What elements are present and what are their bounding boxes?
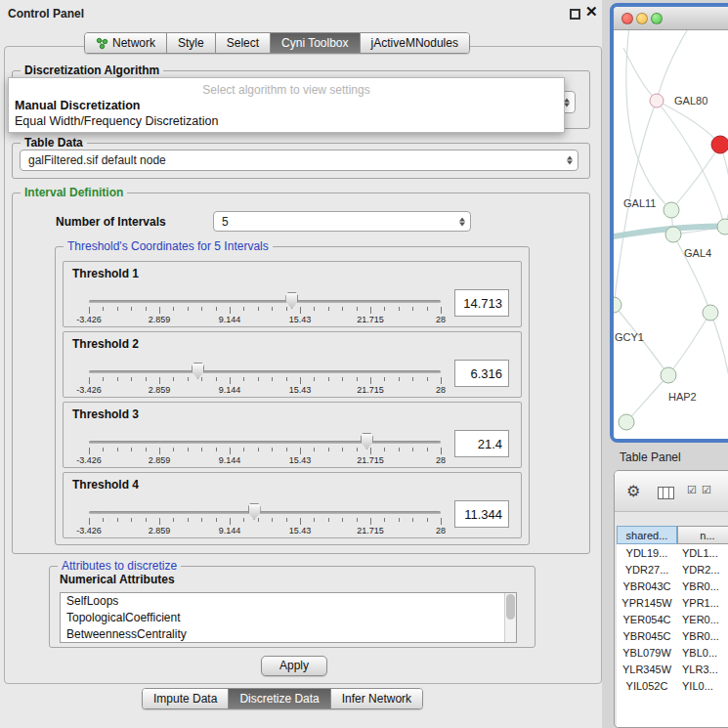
threshold-box-3: Threshold 3-3.4262.8599.14415.4321.71528… bbox=[63, 402, 522, 468]
network-node[interactable] bbox=[614, 297, 621, 313]
tab-jactivemnodules[interactable]: jActiveMNodules bbox=[361, 33, 469, 53]
slider-tick bbox=[173, 518, 174, 522]
threshold-label: Threshold 2 bbox=[72, 337, 139, 351]
cell-name: YPR1... bbox=[677, 597, 728, 609]
threshold-label: Threshold 4 bbox=[72, 478, 139, 492]
table-row[interactable]: YDR27...YDR2... bbox=[617, 561, 728, 578]
threshold-value-field[interactable]: 14.713 bbox=[454, 289, 509, 317]
table-data-combo-value: galFiltered.sif default node bbox=[28, 150, 166, 171]
network-node[interactable] bbox=[619, 414, 634, 430]
slider-tick bbox=[399, 307, 400, 311]
list-scrollbar-thumb[interactable] bbox=[506, 594, 515, 620]
slider-tick bbox=[216, 518, 217, 522]
slider-tick bbox=[412, 377, 413, 381]
network-node[interactable] bbox=[711, 136, 728, 153]
num-intervals-combo[interactable]: 5 bbox=[213, 211, 471, 232]
table-panel-window: ⚙ ☑ ☑ shared...n... YDL19...YDL1...YDR27… bbox=[614, 470, 728, 728]
interval-definition-title: Interval Definition bbox=[21, 186, 127, 199]
scale-label: 2.859 bbox=[149, 455, 171, 465]
slider-tick bbox=[117, 518, 118, 522]
dropdown-option-manual-discretization[interactable]: Manual Discretization bbox=[15, 99, 141, 112]
list-scrollbar[interactable] bbox=[504, 593, 516, 642]
cell-shared-name: YER054C bbox=[617, 614, 677, 625]
tab-style[interactable]: Style bbox=[167, 33, 216, 53]
network-nodes bbox=[614, 94, 728, 430]
slider-tick bbox=[314, 518, 315, 522]
scale-label: 28 bbox=[436, 315, 446, 324]
columns-icon[interactable] bbox=[658, 487, 674, 499]
slider-tick bbox=[258, 377, 259, 381]
network-node[interactable] bbox=[664, 202, 679, 218]
list-item[interactable]: BetweennessCentrality bbox=[61, 626, 516, 643]
slider-tick bbox=[399, 448, 400, 451]
table-row[interactable]: YBR043CYBR0... bbox=[617, 578, 728, 594]
float-window-icon[interactable] bbox=[570, 9, 580, 20]
slider-tick bbox=[441, 377, 442, 384]
tab-impute-data[interactable]: Impute Data bbox=[143, 689, 229, 708]
scale-label: 28 bbox=[436, 455, 446, 465]
dropdown-option-equal-width-frequency[interactable]: Equal Width/Frequency Discretization bbox=[15, 114, 218, 128]
list-items-container: SelfLoopsTopologicalCoefficientBetweenne… bbox=[61, 593, 516, 643]
table-row[interactable]: YLR345WYLR3... bbox=[617, 661, 728, 677]
slider-tick bbox=[342, 377, 343, 381]
panel-title: Control Panel bbox=[8, 7, 84, 21]
column-header-1[interactable]: shared... bbox=[617, 526, 677, 544]
table-row[interactable]: YDL19...YDL1... bbox=[617, 544, 728, 561]
tab-cyni-toolbox[interactable]: Cyni Toolbox bbox=[271, 33, 360, 53]
slider-tick bbox=[117, 377, 118, 381]
table-row[interactable]: YPR145WYPR1... bbox=[617, 594, 728, 611]
tab-discretize-data[interactable]: Discretize Data bbox=[229, 689, 330, 708]
threshold-value-field[interactable]: 21.4 bbox=[454, 430, 509, 457]
slider-tick bbox=[370, 448, 371, 454]
threshold-value-field[interactable]: 6.316 bbox=[454, 360, 509, 387]
slider-tick bbox=[357, 377, 358, 381]
table-row[interactable]: YBL079WYBL0... bbox=[617, 644, 728, 661]
thresholds-group: Threshold's Coordinates for 5 Intervals … bbox=[55, 246, 530, 545]
slider-track[interactable] bbox=[89, 300, 441, 303]
scale-label: 2.859 bbox=[149, 385, 171, 395]
slider-tick bbox=[103, 518, 104, 522]
scale-label: 28 bbox=[436, 526, 446, 535]
cell-shared-name: YBR045C bbox=[617, 630, 677, 642]
list-item[interactable]: TopologicalCoefficient bbox=[61, 610, 516, 626]
network-node[interactable] bbox=[661, 367, 676, 383]
combo-stepper-icon bbox=[459, 217, 465, 226]
cell-name: YIL0... bbox=[677, 680, 728, 692]
column-header-2[interactable]: n... bbox=[677, 526, 728, 544]
slider-tick bbox=[201, 377, 202, 381]
gear-icon[interactable]: ⚙ bbox=[626, 482, 640, 500]
network-node[interactable] bbox=[703, 305, 718, 321]
discretization-algorithm-title: Discretization Algorithm bbox=[21, 64, 163, 77]
tab-select[interactable]: Select bbox=[216, 33, 271, 53]
table-data-combo[interactable]: galFiltered.sif default node bbox=[20, 150, 578, 171]
table-row[interactable]: YER054CYER0... bbox=[617, 611, 728, 627]
list-item[interactable]: SelfLoops bbox=[61, 593, 516, 610]
table-row[interactable]: YIL052CYIL0... bbox=[617, 677, 728, 694]
slider-tick bbox=[230, 377, 231, 384]
slider-track[interactable] bbox=[89, 441, 441, 444]
slider-thumb[interactable] bbox=[285, 292, 298, 309]
row-selection-icons[interactable]: ☑ ☑ bbox=[687, 484, 712, 496]
apply-button[interactable]: Apply bbox=[261, 656, 327, 676]
threshold-value-field[interactable]: 11.344 bbox=[454, 500, 509, 528]
zoom-traffic-light-icon[interactable] bbox=[651, 13, 663, 24]
tab-network[interactable]: Network bbox=[85, 33, 167, 53]
slider-track[interactable] bbox=[89, 370, 441, 373]
close-traffic-light-icon[interactable] bbox=[621, 13, 633, 24]
close-icon[interactable]: ✕ bbox=[585, 3, 598, 21]
node-label: GAL11 bbox=[623, 197, 656, 209]
slider-track[interactable] bbox=[89, 511, 441, 514]
network-canvas[interactable]: GAL80GAL11GAL4GCY1HAP2 bbox=[614, 30, 728, 439]
slider-tick bbox=[103, 377, 104, 381]
network-node[interactable] bbox=[665, 227, 681, 242]
slider-tick bbox=[300, 377, 301, 384]
table-row[interactable]: YBR045CYBR0... bbox=[617, 627, 728, 644]
network-node[interactable] bbox=[650, 94, 664, 107]
network-window-titlebar[interactable] bbox=[614, 7, 728, 30]
tab-infer-network[interactable]: Infer Network bbox=[331, 689, 422, 708]
slider-tick bbox=[399, 518, 400, 522]
minimize-traffic-light-icon[interactable] bbox=[636, 13, 648, 24]
num-intervals-label: Number of Intervals bbox=[56, 215, 166, 229]
network-node[interactable] bbox=[717, 219, 728, 235]
network-node-labels: GAL80GAL11GAL4GCY1HAP2 bbox=[615, 95, 711, 403]
